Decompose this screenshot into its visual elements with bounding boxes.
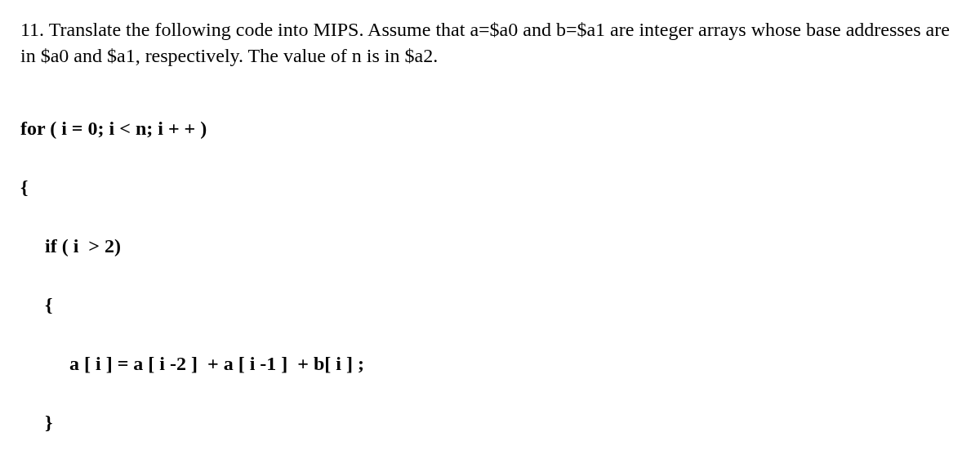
code-line-if-brace-close: }	[20, 408, 960, 437]
code-line-if-brace-open: {	[20, 290, 960, 319]
code-line-for: for ( i = 0; i < n; i + + )	[20, 114, 960, 143]
code-line-assignment-1: a [ i ] = a [ i -2 ] + a [ i -1 ] + b[ i…	[20, 349, 960, 378]
problem-statement: 11. Translate the following code into MI…	[20, 16, 960, 69]
code-block: for ( i = 0; i < n; i + + ) { if ( i > 2…	[20, 84, 960, 459]
code-line-if: if ( i > 2)	[20, 231, 960, 261]
code-line-brace-open: {	[20, 172, 960, 202]
